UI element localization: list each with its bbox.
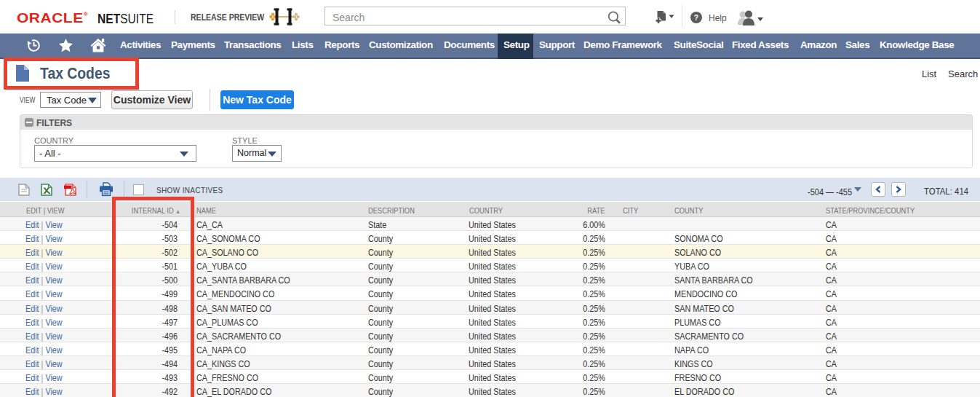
svg-text:?: ? [694, 14, 698, 22]
